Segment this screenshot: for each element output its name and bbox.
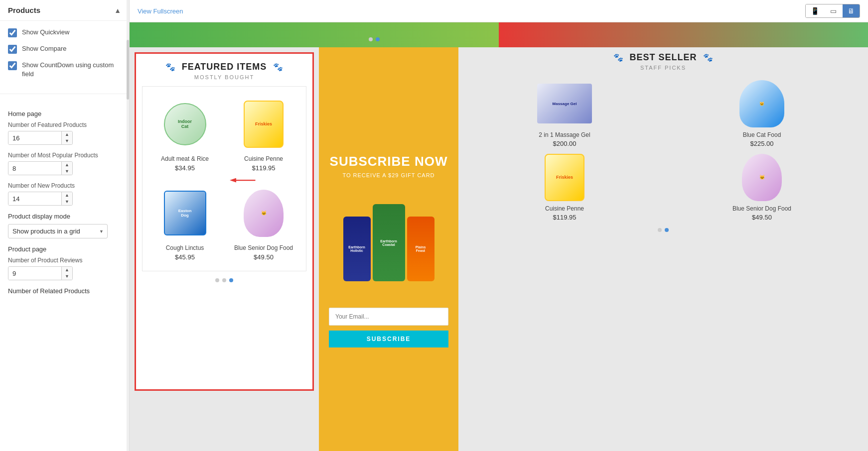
blue-cat-img: 🐱 — [739, 80, 784, 127]
nav-dot-2 — [376, 37, 380, 41]
desktop-view-button[interactable]: 🖥 — [843, 4, 860, 17]
easton-can-img: EastonDog — [164, 191, 206, 235]
bs-product-1-name: 2 in 1 Massage Gel — [539, 131, 590, 138]
product-page-section-title: Product page — [8, 245, 121, 253]
featured-product-4-price: $49.50 — [254, 253, 274, 261]
featured-product-1-price: $34.95 — [175, 164, 195, 172]
best-seller-section: 🐾 BEST SELLER 🐾 STAFF PICKS Massage Gel … — [458, 47, 868, 451]
featured-products-input[interactable]: 16 — [8, 132, 61, 144]
view-fullscreen-link[interactable]: View Fullscreen — [138, 7, 183, 15]
show-compare-checkbox[interactable] — [8, 45, 17, 54]
subscribe-title: SUBSCRIBE NOW — [330, 154, 448, 169]
popular-products-arrows: ▲ ▼ — [61, 162, 72, 175]
bs-dot-2 — [665, 228, 669, 232]
featured-up-arrow[interactable]: ▲ — [62, 131, 72, 138]
massage-gel-img: Massage Gel — [537, 84, 592, 123]
popular-up-arrow[interactable]: ▲ — [62, 162, 72, 168]
display-mode-select-wrapper: Show products in a grid Show products in… — [8, 224, 108, 238]
show-quickview-checkbox[interactable] — [8, 28, 17, 37]
checkbox-item-compare[interactable]: Show Compare — [8, 44, 121, 54]
featured-heading: 🐾 FEATURED ITEMS 🐾 — [142, 62, 306, 72]
tablet-view-button[interactable]: ▭ — [825, 4, 842, 17]
featured-down-arrow[interactable]: ▼ — [62, 138, 72, 144]
divider-1 — [0, 94, 129, 94]
paw-icon-left: 🐾 — [165, 63, 175, 71]
new-products-label: Number of New Products — [8, 182, 121, 189]
featured-products-grid: IndoorCat Adult meat & Rice $34.95 Frisk… — [142, 86, 306, 271]
popular-products-input-wrapper: ▲ ▼ — [8, 161, 73, 175]
featured-product-4-img: 🐱 — [236, 186, 291, 240]
featured-product-4: 🐱 Blue Senior Dog Food $49.50 — [226, 181, 301, 266]
earthborn-bag-2: EarthbornCoastal — [373, 204, 405, 281]
earthborn-bag-3: PlainsFeast — [407, 217, 434, 281]
subscribe-button[interactable]: SUBSCRIBE — [329, 331, 448, 347]
related-products-label: Number of Related Products — [8, 287, 121, 295]
popular-products-label: Number of Most Popular Products — [8, 152, 121, 159]
featured-dot-2 — [222, 278, 226, 282]
checkbox-item-quickview[interactable]: Show Quickview — [8, 28, 121, 37]
paw-icon-right: 🐾 — [273, 63, 283, 71]
popular-products-group: Number of Most Popular Products ▲ ▼ — [8, 152, 121, 175]
indoor-can-img: IndoorCat — [164, 103, 206, 145]
featured-dot-3 — [229, 278, 233, 282]
featured-product-3-img: EastonDog — [157, 186, 212, 240]
featured-subtitle: MOSTLY BOUGHT — [142, 74, 306, 80]
featured-dot-1 — [215, 278, 219, 282]
new-up-arrow[interactable]: ▲ — [62, 192, 72, 199]
bs-product-3-img: Friskies — [535, 152, 594, 202]
new-products-input[interactable] — [8, 193, 61, 205]
subscribe-subtitle: TO RECEIVE A $29 GIFT CARD — [342, 172, 434, 178]
featured-products-input-wrapper: 16 ▲ ▼ — [8, 131, 73, 145]
checkboxes-section: Show Quickview Show Compare Show CountDo… — [0, 21, 129, 89]
reviews-down-arrow[interactable]: ▼ — [62, 273, 72, 280]
featured-product-1: IndoorCat Adult meat & Rice $34.95 — [147, 92, 222, 177]
new-down-arrow[interactable]: ▼ — [62, 199, 72, 205]
panel-header: Products ▲ — [0, 0, 129, 21]
product-reviews-arrows: ▲ ▼ — [61, 267, 72, 280]
bs-dot-indicators — [468, 228, 858, 232]
featured-title: FEATURED ITEMS — [182, 62, 267, 72]
earthborn-product-display: EarthbornHolistic EarthbornCoastal Plain… — [329, 188, 448, 298]
bs-product-3-name: Cuisine Penne — [545, 205, 584, 212]
bs-paw-left: 🐾 — [613, 53, 623, 62]
featured-products-label: Number of Featured Products — [8, 121, 121, 128]
product-reviews-label: Number of Product Reviews — [8, 257, 121, 264]
featured-product-2-name: Cuisine Penne — [244, 155, 283, 162]
product-reviews-input-wrapper: ▲ ▼ — [8, 266, 73, 280]
mobile-view-button[interactable]: 📱 — [806, 4, 824, 17]
product-reviews-input[interactable] — [8, 267, 61, 280]
product-reviews-group: Number of Product Reviews ▲ ▼ — [8, 257, 121, 280]
best-seller-title: BEST SELLER — [629, 52, 697, 62]
featured-section: 🐾 FEATURED ITEMS 🐾 MOSTLY BOUGHT IndoorC… — [130, 47, 319, 451]
left-settings-panel: Products ▲ Show Quickview Show Compare S… — [0, 0, 130, 451]
bs-product-4-img: 🐱 — [732, 152, 792, 202]
featured-product-2-img: Friskies — [236, 97, 291, 151]
bs-paw-right: 🐾 — [703, 53, 713, 62]
top-banners — [130, 22, 868, 47]
popular-products-input[interactable] — [8, 162, 61, 175]
popular-down-arrow[interactable]: ▼ — [62, 168, 72, 175]
featured-product-2: Friskies Cuisine Penne $119.95 — [226, 92, 301, 177]
bs-product-2-price: $225.00 — [750, 140, 774, 147]
featured-product-2-price: $119.95 — [252, 164, 276, 172]
display-mode-select[interactable]: Show products in a grid Show products in… — [8, 224, 108, 238]
bs-product-2-img: 🐱 — [732, 79, 792, 128]
featured-product-4-name: Blue Senior Dog Food — [234, 244, 293, 251]
show-countdown-checkbox[interactable] — [8, 61, 17, 70]
earthborn-bags: EarthbornHolistic EarthbornCoastal Plain… — [343, 204, 434, 281]
checkbox-item-countdown[interactable]: Show CountDown using custom field — [8, 61, 121, 79]
show-compare-label: Show Compare — [22, 44, 67, 53]
subscribe-email-input[interactable] — [329, 308, 448, 326]
nav-dots-top — [369, 37, 380, 41]
reviews-up-arrow[interactable]: ▲ — [62, 267, 72, 273]
homepage-section: Home page Number of Featured Products 16… — [0, 99, 129, 302]
featured-products-arrows: ▲ ▼ — [61, 131, 72, 144]
collapse-icon[interactable]: ▲ — [114, 6, 121, 14]
best-seller-products-grid: Massage Gel 2 in 1 Massage Gel $200.00 🐱… — [468, 79, 858, 221]
display-mode-group: Product display mode Show products in a … — [8, 213, 121, 238]
preview-area: 🐾 FEATURED ITEMS 🐾 MOSTLY BOUGHT IndoorC… — [130, 22, 868, 451]
display-mode-title: Product display mode — [8, 213, 121, 220]
featured-product-1-img: IndoorCat — [157, 97, 212, 151]
bs-product-2-name: Blue Cat Food — [743, 131, 781, 138]
scrollbar-thumb[interactable] — [127, 40, 129, 100]
